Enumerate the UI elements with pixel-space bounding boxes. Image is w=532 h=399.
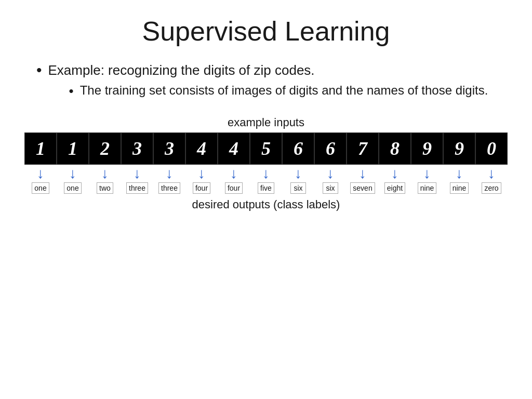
digit-cell-7: 5↓five xyxy=(250,132,282,194)
digit-image-8: 6 xyxy=(282,132,314,165)
arrow-down-2: ↓ xyxy=(101,166,109,181)
arrow-down-3: ↓ xyxy=(134,166,141,181)
digit-cell-4: 3↓three xyxy=(153,132,185,194)
arrow-down-5: ↓ xyxy=(198,166,205,181)
arrow-down-8: ↓ xyxy=(295,166,302,181)
label-box-0: one xyxy=(32,182,49,194)
digit-cell-2: 2↓two xyxy=(89,132,121,194)
digit-cell-0: 1↓one xyxy=(24,132,57,194)
label-box-6: four xyxy=(225,182,243,194)
digit-cell-5: 4↓four xyxy=(185,132,218,194)
digit-cell-1: 1↓one xyxy=(57,132,89,194)
arrow-down-11: ↓ xyxy=(391,166,398,181)
arrow-down-0: ↓ xyxy=(37,166,44,181)
digit-image-4: 3 xyxy=(153,132,185,165)
label-box-12: nine xyxy=(418,182,436,194)
digit-cell-12: 9↓nine xyxy=(411,132,443,194)
label-box-2: two xyxy=(97,182,113,194)
digit-cell-10: 7↓seven xyxy=(347,132,379,194)
digit-cell-9: 6↓six xyxy=(314,132,347,194)
label-box-9: six xyxy=(323,182,338,194)
arrow-down-4: ↓ xyxy=(166,166,173,181)
digit-image-0: 1 xyxy=(24,132,57,165)
label-box-14: zero xyxy=(482,182,501,194)
example-inputs-label: example inputs xyxy=(228,116,304,129)
label-box-10: seven xyxy=(350,182,375,194)
label-box-11: eight xyxy=(384,182,405,194)
label-box-8: six xyxy=(290,182,306,194)
digit-image-14: 0 xyxy=(475,132,508,165)
diagram-section: example inputs 1↓one1↓one2↓two3↓three3↓t… xyxy=(26,116,506,211)
arrow-down-10: ↓ xyxy=(359,166,366,181)
sub-bullet-text-1: The training set consists of images of d… xyxy=(80,82,488,99)
digit-cell-6: 4↓four xyxy=(218,132,250,194)
label-box-3: three xyxy=(126,182,148,194)
slide-title: Supervised Learning xyxy=(26,16,506,47)
sub-bullet-item-1: The training set consists of images of d… xyxy=(69,82,488,100)
digit-cell-14: 0↓zero xyxy=(475,132,508,194)
digit-image-11: 8 xyxy=(379,132,411,165)
bullet-item-1: Example: recognizing the digits of zip c… xyxy=(36,62,506,100)
digit-cell-13: 9↓nine xyxy=(443,132,475,194)
arrow-down-14: ↓ xyxy=(488,166,495,181)
slide: Supervised Learning Example: recognizing… xyxy=(0,0,532,399)
digit-image-10: 7 xyxy=(347,132,379,165)
label-box-13: nine xyxy=(450,182,469,194)
digit-image-9: 6 xyxy=(314,132,347,165)
digit-image-6: 4 xyxy=(218,132,250,165)
digit-cell-11: 8↓eight xyxy=(379,132,411,194)
digits-row: 1↓one1↓one2↓two3↓three3↓three4↓four4↓fou… xyxy=(24,132,508,194)
bullet-text-1: Example: recognizing the digits of zip c… xyxy=(48,62,315,78)
digit-cell-8: 6↓six xyxy=(282,132,314,194)
label-box-4: three xyxy=(158,182,180,194)
arrow-down-7: ↓ xyxy=(262,166,270,181)
digit-image-1: 1 xyxy=(57,132,89,165)
digit-image-13: 9 xyxy=(443,132,475,165)
digit-image-5: 4 xyxy=(185,132,218,165)
digit-image-2: 2 xyxy=(89,132,121,165)
digit-cell-3: 3↓three xyxy=(121,132,153,194)
label-box-1: one xyxy=(64,182,81,194)
digit-image-7: 5 xyxy=(250,132,282,165)
sub-bullet-list: The training set consists of images of d… xyxy=(48,82,488,100)
label-box-5: four xyxy=(193,182,210,194)
bullet-list: Example: recognizing the digits of zip c… xyxy=(26,62,506,105)
arrow-down-13: ↓ xyxy=(456,166,463,181)
desired-outputs-label: desired outputs (class labels) xyxy=(192,198,340,211)
label-box-7: five xyxy=(258,182,274,194)
digit-image-3: 3 xyxy=(121,132,153,165)
arrow-down-9: ↓ xyxy=(327,166,334,181)
arrow-down-12: ↓ xyxy=(423,166,431,181)
arrow-down-6: ↓ xyxy=(230,166,237,181)
arrow-down-1: ↓ xyxy=(69,166,76,181)
digit-image-12: 9 xyxy=(411,132,443,165)
